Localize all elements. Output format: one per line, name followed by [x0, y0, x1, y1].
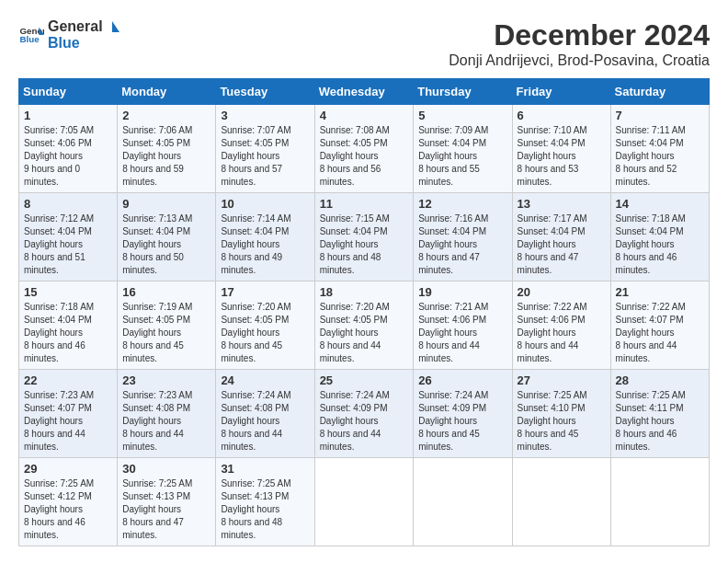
day-number: 20: [518, 285, 606, 299]
calendar-cell: 20 Sunrise: 7:22 AM Sunset: 4:06 PM Dayl…: [512, 282, 610, 370]
logo: General Blue General Blue: [18, 18, 119, 52]
day-number: 19: [418, 285, 506, 299]
calendar-week-row: 22 Sunrise: 7:23 AM Sunset: 4:07 PM Dayl…: [19, 370, 710, 458]
day-number: 25: [320, 373, 409, 387]
column-header-sunday: Sunday: [19, 79, 118, 105]
location-title: Donji Andrijevci, Brod-Posavina, Croatia: [449, 52, 710, 69]
day-number: 29: [24, 462, 112, 476]
calendar-table: SundayMondayTuesdayWednesdayThursdayFrid…: [18, 78, 710, 546]
page-header: General Blue General Blue December 2024 …: [18, 18, 710, 69]
day-detail: Sunrise: 7:11 AM Sunset: 4:04 PM Dayligh…: [616, 124, 704, 189]
day-detail: Sunrise: 7:24 AM Sunset: 4:09 PM Dayligh…: [418, 389, 506, 454]
day-number: 7: [616, 109, 704, 122]
day-detail: Sunrise: 7:08 AM Sunset: 4:05 PM Dayligh…: [320, 124, 409, 189]
calendar-cell: 12 Sunrise: 7:16 AM Sunset: 4:04 PM Dayl…: [414, 193, 512, 282]
column-header-wednesday: Wednesday: [314, 79, 414, 105]
day-detail: Sunrise: 7:24 AM Sunset: 4:08 PM Dayligh…: [221, 389, 309, 454]
day-detail: Sunrise: 7:25 AM Sunset: 4:13 PM Dayligh…: [221, 477, 309, 542]
day-detail: Sunrise: 7:06 AM Sunset: 4:05 PM Dayligh…: [122, 124, 210, 189]
column-header-thursday: Thursday: [414, 79, 512, 105]
calendar-cell: 10 Sunrise: 7:14 AM Sunset: 4:04 PM Dayl…: [216, 193, 314, 282]
day-number: 26: [418, 373, 506, 387]
calendar-cell: 25 Sunrise: 7:24 AM Sunset: 4:09 PM Dayl…: [314, 370, 414, 458]
day-detail: Sunrise: 7:15 AM Sunset: 4:04 PM Dayligh…: [320, 213, 409, 277]
day-detail: Sunrise: 7:20 AM Sunset: 4:05 PM Dayligh…: [320, 301, 409, 365]
day-detail: Sunrise: 7:19 AM Sunset: 4:05 PM Dayligh…: [122, 301, 210, 365]
day-detail: Sunrise: 7:25 AM Sunset: 4:12 PM Dayligh…: [24, 477, 112, 542]
calendar-cell: 23 Sunrise: 7:23 AM Sunset: 4:08 PM Dayl…: [118, 370, 216, 458]
day-detail: Sunrise: 7:12 AM Sunset: 4:04 PM Dayligh…: [24, 213, 112, 277]
calendar-cell: [314, 458, 414, 546]
day-detail: Sunrise: 7:25 AM Sunset: 4:10 PM Dayligh…: [518, 389, 606, 454]
calendar-cell: 31 Sunrise: 7:25 AM Sunset: 4:13 PM Dayl…: [216, 458, 314, 546]
calendar-cell: 8 Sunrise: 7:12 AM Sunset: 4:04 PM Dayli…: [19, 193, 118, 282]
day-number: 4: [320, 109, 409, 122]
calendar-week-row: 29 Sunrise: 7:25 AM Sunset: 4:12 PM Dayl…: [19, 458, 710, 546]
day-number: 15: [24, 285, 112, 299]
calendar-header-row: SundayMondayTuesdayWednesdayThursdayFrid…: [19, 79, 710, 105]
day-detail: Sunrise: 7:17 AM Sunset: 4:04 PM Dayligh…: [518, 213, 606, 277]
calendar-cell: 7 Sunrise: 7:11 AM Sunset: 4:04 PM Dayli…: [610, 105, 709, 193]
day-detail: Sunrise: 7:13 AM Sunset: 4:04 PM Dayligh…: [122, 213, 210, 277]
title-block: December 2024 Donji Andrijevci, Brod-Pos…: [449, 18, 710, 69]
day-detail: Sunrise: 7:14 AM Sunset: 4:04 PM Dayligh…: [221, 213, 309, 277]
column-header-monday: Monday: [118, 79, 216, 105]
day-detail: Sunrise: 7:25 AM Sunset: 4:11 PM Dayligh…: [616, 389, 704, 454]
calendar-cell: [414, 458, 512, 546]
day-number: 14: [616, 197, 704, 211]
calendar-cell: 17 Sunrise: 7:20 AM Sunset: 4:05 PM Dayl…: [216, 282, 314, 370]
calendar-cell: 15 Sunrise: 7:18 AM Sunset: 4:04 PM Dayl…: [19, 282, 118, 370]
day-number: 5: [418, 109, 506, 122]
calendar-cell: 24 Sunrise: 7:24 AM Sunset: 4:08 PM Dayl…: [216, 370, 314, 458]
column-header-tuesday: Tuesday: [216, 79, 314, 105]
svg-marker-3: [112, 21, 119, 32]
day-detail: Sunrise: 7:18 AM Sunset: 4:04 PM Dayligh…: [24, 301, 112, 365]
calendar-cell: 14 Sunrise: 7:18 AM Sunset: 4:04 PM Dayl…: [610, 193, 709, 282]
calendar-cell: 6 Sunrise: 7:10 AM Sunset: 4:04 PM Dayli…: [512, 105, 610, 193]
calendar-cell: 21 Sunrise: 7:22 AM Sunset: 4:07 PM Dayl…: [610, 282, 709, 370]
day-number: 23: [122, 373, 210, 387]
calendar-week-row: 15 Sunrise: 7:18 AM Sunset: 4:04 PM Dayl…: [19, 282, 710, 370]
day-detail: Sunrise: 7:23 AM Sunset: 4:08 PM Dayligh…: [122, 389, 210, 454]
calendar-cell: 26 Sunrise: 7:24 AM Sunset: 4:09 PM Dayl…: [414, 370, 512, 458]
day-detail: Sunrise: 7:22 AM Sunset: 4:07 PM Dayligh…: [616, 301, 704, 365]
day-detail: Sunrise: 7:23 AM Sunset: 4:07 PM Dayligh…: [24, 389, 112, 454]
day-detail: Sunrise: 7:09 AM Sunset: 4:04 PM Dayligh…: [418, 124, 506, 189]
calendar-cell: 11 Sunrise: 7:15 AM Sunset: 4:04 PM Dayl…: [314, 193, 414, 282]
day-number: 16: [122, 285, 210, 299]
calendar-week-row: 8 Sunrise: 7:12 AM Sunset: 4:04 PM Dayli…: [19, 193, 710, 282]
day-number: 1: [24, 109, 112, 122]
calendar-cell: 5 Sunrise: 7:09 AM Sunset: 4:04 PM Dayli…: [414, 105, 512, 193]
column-header-saturday: Saturday: [610, 79, 709, 105]
day-number: 12: [418, 197, 506, 211]
calendar-cell: 22 Sunrise: 7:23 AM Sunset: 4:07 PM Dayl…: [19, 370, 118, 458]
calendar-cell: 29 Sunrise: 7:25 AM Sunset: 4:12 PM Dayl…: [19, 458, 118, 546]
day-number: 28: [616, 373, 704, 387]
calendar-cell: 2 Sunrise: 7:06 AM Sunset: 4:05 PM Dayli…: [118, 105, 216, 193]
logo-general: General: [48, 18, 103, 35]
day-detail: Sunrise: 7:24 AM Sunset: 4:09 PM Dayligh…: [320, 389, 409, 454]
calendar-cell: 4 Sunrise: 7:08 AM Sunset: 4:05 PM Dayli…: [314, 105, 414, 193]
day-number: 24: [221, 373, 309, 387]
calendar-cell: 9 Sunrise: 7:13 AM Sunset: 4:04 PM Dayli…: [118, 193, 216, 282]
day-number: 18: [320, 285, 409, 299]
day-number: 3: [221, 109, 309, 122]
calendar-cell: 18 Sunrise: 7:20 AM Sunset: 4:05 PM Dayl…: [314, 282, 414, 370]
day-number: 10: [221, 197, 309, 211]
calendar-cell: 27 Sunrise: 7:25 AM Sunset: 4:10 PM Dayl…: [512, 370, 610, 458]
calendar-cell: [512, 458, 610, 546]
calendar-cell: 16 Sunrise: 7:19 AM Sunset: 4:05 PM Dayl…: [118, 282, 216, 370]
day-number: 17: [221, 285, 309, 299]
day-number: 31: [221, 462, 309, 476]
column-header-friday: Friday: [512, 79, 610, 105]
day-detail: Sunrise: 7:21 AM Sunset: 4:06 PM Dayligh…: [418, 301, 506, 365]
day-number: 9: [122, 197, 210, 211]
calendar-cell: 19 Sunrise: 7:21 AM Sunset: 4:06 PM Dayl…: [414, 282, 512, 370]
calendar-week-row: 1 Sunrise: 7:05 AM Sunset: 4:06 PM Dayli…: [19, 105, 710, 193]
day-number: 11: [320, 197, 409, 211]
svg-text:Blue: Blue: [19, 34, 40, 44]
calendar-cell: 28 Sunrise: 7:25 AM Sunset: 4:11 PM Dayl…: [610, 370, 709, 458]
day-detail: Sunrise: 7:22 AM Sunset: 4:06 PM Dayligh…: [518, 301, 606, 365]
logo-blue: Blue: [48, 35, 119, 52]
day-detail: Sunrise: 7:07 AM Sunset: 4:05 PM Dayligh…: [221, 124, 309, 189]
